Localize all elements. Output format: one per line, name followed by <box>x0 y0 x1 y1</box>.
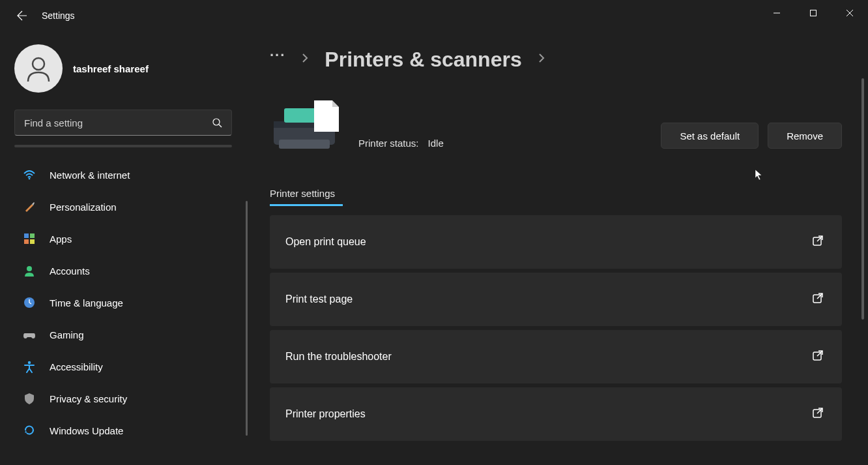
maximize-button[interactable] <box>795 0 832 26</box>
sidebar: tashreef shareef Network & internet Pe <box>0 31 248 465</box>
minimize-icon <box>773 9 781 17</box>
svg-rect-4 <box>24 233 29 238</box>
sidebar-item-label: Personalization <box>50 202 117 213</box>
setting-printer-properties[interactable]: Printer properties <box>270 387 842 441</box>
setting-label: Print test page <box>285 293 353 305</box>
breadcrumb: ··· Printers & scanners <box>270 47 842 72</box>
sidebar-item-accounts[interactable]: Accounts <box>14 256 233 285</box>
user-block[interactable]: tashreef shareef <box>14 44 233 93</box>
sidebar-item-privacy[interactable]: Privacy & security <box>14 384 233 413</box>
back-button[interactable] <box>12 5 33 26</box>
apps-icon <box>22 232 36 246</box>
settings-list: Open print queue Print test page Run the… <box>270 215 842 441</box>
content-area: ··· Printers & scanners <box>248 31 868 465</box>
brush-icon <box>22 200 36 214</box>
external-link-icon <box>812 235 824 249</box>
sidebar-item-label: Privacy & security <box>50 393 127 404</box>
svg-rect-0 <box>811 10 817 16</box>
svg-rect-5 <box>30 233 35 238</box>
set-default-button[interactable]: Set as default <box>661 123 759 149</box>
sidebar-item-gaming[interactable]: Gaming <box>14 320 233 349</box>
user-icon <box>24 54 53 83</box>
printer-large-icon <box>270 99 341 151</box>
sidebar-item-label: Windows Update <box>50 425 123 436</box>
section-header: Printer settings <box>270 188 842 206</box>
shield-icon <box>22 391 36 406</box>
chevron-right-icon <box>538 52 545 67</box>
breadcrumb-printers-scanners[interactable]: Printers & scanners <box>325 48 521 72</box>
breadcrumb-overflow[interactable]: ··· <box>270 47 285 72</box>
user-name: tashreef shareef <box>73 63 149 74</box>
setting-open-print-queue[interactable]: Open print queue <box>270 215 842 269</box>
setting-label: Printer properties <box>285 408 366 420</box>
sidebar-item-label: Accounts <box>50 265 90 277</box>
close-button[interactable] <box>832 0 868 26</box>
nav-list: Network & internet Personalization Apps … <box>14 160 233 445</box>
svg-rect-7 <box>30 239 35 244</box>
status-label: Printer status: <box>358 138 419 149</box>
sidebar-item-label: Network & internet <box>50 170 130 181</box>
header-actions: Set as default Remove <box>661 123 842 151</box>
svg-point-3 <box>29 178 31 180</box>
section-title: Printer settings <box>270 188 335 199</box>
sidebar-item-personalization[interactable]: Personalization <box>14 192 233 221</box>
printer-header: Printer status: Idle Set as default Remo… <box>270 99 842 151</box>
window-controls <box>759 0 868 26</box>
external-link-icon <box>812 350 824 364</box>
wifi-icon <box>22 168 36 182</box>
app-title: Settings <box>42 10 75 21</box>
search-input[interactable] <box>24 117 212 128</box>
accessibility-icon <box>22 359 36 374</box>
sidebar-item-time-language[interactable]: Time & language <box>14 288 233 317</box>
sidebar-item-apps[interactable]: Apps <box>14 224 233 253</box>
update-icon <box>22 423 36 438</box>
setting-print-test-page[interactable]: Print test page <box>270 273 842 326</box>
svg-point-10 <box>28 361 31 364</box>
search-box[interactable] <box>14 110 232 136</box>
globe-clock-icon <box>22 295 36 310</box>
svg-rect-6 <box>24 239 29 244</box>
sidebar-item-network[interactable]: Network & internet <box>14 160 233 189</box>
external-link-icon <box>812 407 824 421</box>
external-link-icon <box>812 292 824 307</box>
setting-label: Open print queue <box>285 236 366 248</box>
svg-point-2 <box>213 119 220 125</box>
printer-status: Printer status: Idle <box>358 138 444 151</box>
chevron-right-icon <box>301 52 309 67</box>
setting-run-troubleshooter[interactable]: Run the troubleshooter <box>270 330 842 383</box>
sidebar-item-label: Apps <box>50 233 72 245</box>
content-scrollbar[interactable] <box>861 78 864 320</box>
setting-label: Run the troubleshooter <box>285 351 392 363</box>
sidebar-item-label: Accessibility <box>50 361 103 372</box>
status-value: Idle <box>428 138 444 149</box>
back-arrow-icon <box>17 10 27 21</box>
svg-point-1 <box>33 58 44 70</box>
minimize-button[interactable] <box>759 0 795 26</box>
section-underline <box>270 204 343 206</box>
sidebar-item-label: Gaming <box>50 329 84 340</box>
sidebar-item-label: Time & language <box>50 297 123 308</box>
avatar <box>14 44 63 93</box>
maximize-icon <box>809 9 817 17</box>
titlebar: Settings <box>0 0 868 31</box>
close-icon <box>846 9 854 17</box>
scroll-indicator-top <box>14 145 232 147</box>
sidebar-item-accessibility[interactable]: Accessibility <box>14 352 233 381</box>
svg-point-8 <box>27 266 32 271</box>
remove-button[interactable]: Remove <box>768 123 842 149</box>
gamepad-icon <box>22 327 36 342</box>
account-icon <box>22 263 36 278</box>
sidebar-item-windows-update[interactable]: Windows Update <box>14 416 233 445</box>
search-icon <box>212 117 222 128</box>
svg-rect-14 <box>279 140 330 149</box>
